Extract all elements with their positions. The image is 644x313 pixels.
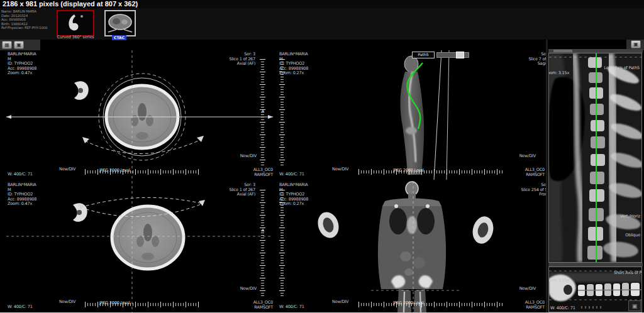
corner-tool-button[interactable]: ▣ <box>628 300 641 311</box>
overlay-patient-name: BARLIN*MARIA <box>279 52 308 57</box>
window-level-overlay: W: 400/C: 71 <box>8 172 33 177</box>
image-size-overlay: 2186 x 981 pixels (displayed at 807 x 36… <box>0 0 140 8</box>
slider-handle[interactable] <box>456 52 464 58</box>
image-panel-icon: ▣ <box>16 42 21 48</box>
overlay-zoom: Zoom: 0.47x <box>8 71 36 76</box>
short-axis-window-overlay: W: 400/C: 71 <box>550 306 575 310</box>
axial-head-image[interactable] <box>5 181 274 312</box>
stamp-overlay: ALL3_OC0 RAMSOFT <box>253 300 273 310</box>
vruler-scale-label: New/DIV <box>519 287 536 291</box>
series-overlay: Ser: 3 Slice 1 of 267 Axial (AF) <box>229 52 255 67</box>
pacs-viewer-window: 2186 x 981 pixels (displayed at 807 x 36… <box>0 0 644 313</box>
stamp-overlay: ALL3_OC0 RAMSOFT <box>525 168 545 177</box>
restore-panel-icon: ▣ <box>633 41 638 47</box>
hruler-scale-label: New/DIV <box>59 167 75 172</box>
plane-reference-line-1[interactable] <box>434 50 441 180</box>
viewport-axial-bottom[interactable]: BARLIN*MARIA M ID: TYPHOO2 Acc: 89988908… <box>5 181 274 312</box>
orientation-marker: A <box>262 229 264 233</box>
series-thumbnail-bar: Name: BARLIN MARIA Date: 20120324 Acc: 8… <box>0 8 644 40</box>
cpr-handle-label-vert-horiz[interactable]: Vert./Horiz <box>620 214 640 219</box>
corner-tool-icon: ▣ <box>632 303 638 309</box>
patient-overlay: BARLIN*MARIA M ID: TYPHOO2 Acc: 89988908… <box>8 52 36 76</box>
overlay-plane: Sagittal <box>528 62 546 67</box>
window-level-overlay: W: 400/C: 71 <box>279 305 304 310</box>
curved-series-thumb-image <box>58 11 93 35</box>
patient-overlay: BARLIN*MARIA M ID: TYPHOO2 Acc: 89988908… <box>8 183 36 207</box>
stamp-line2: RAMSOFT <box>525 305 545 310</box>
window-level-overlay: W: 400/C: 71 <box>279 172 304 177</box>
cpr-long-axis-panel[interactable]: Zoom: 3.15x Long Axis of Path5 Vert./Hor… <box>548 53 642 263</box>
hruler-scale-label: New/DIV <box>332 300 348 304</box>
hruler-scale-label: New/DIV <box>332 167 348 172</box>
vertical-ruler <box>279 59 285 167</box>
scroll-thumb[interactable] <box>553 50 572 52</box>
horizontal-ruler <box>358 169 503 175</box>
codec-overlay: JPEG 2000 Lossl <box>99 168 130 173</box>
series-overlay: Ser: 3 Slice 254 of 590 Frontal <box>521 183 546 197</box>
orientation-marker: A <box>262 109 264 114</box>
ctac-thumb-image <box>106 11 135 35</box>
vruler-scale-label: New/DIV <box>240 287 257 291</box>
vruler-scale-label: New/DIV <box>240 154 257 158</box>
stack-layout-icon: ▦ <box>4 42 9 48</box>
overlay-plane: Axial (AF) <box>229 62 255 67</box>
restore-panel-button[interactable]: ▣ <box>631 40 641 48</box>
viewport-coronal[interactable]: BARLIN*MARIA M ID: TYPHOO2 Acc: 89988908… <box>277 181 546 312</box>
overlay-plane: Axial (AF) <box>229 192 255 197</box>
stamp-line2: RAMSOFT <box>253 305 273 310</box>
sagittal-body-image[interactable] <box>277 50 546 180</box>
thumbnail-curved-series-label: Curved 360° series <box>52 35 99 40</box>
overlay-patient-name: BARLIN*MARIA <box>8 52 36 57</box>
vertical-ruler <box>279 190 285 298</box>
codec-overlay: JPEG 2000 Lossl <box>393 168 424 173</box>
thumbnail-ctac[interactable] <box>104 10 136 36</box>
stamp-overlay: ALL3_OC0 RAMSOFT <box>525 300 545 310</box>
path-position-slider[interactable] <box>436 52 469 58</box>
cpr-handle-label-oblique[interactable]: Oblique <box>625 233 640 238</box>
stack-layout-button[interactable]: ▦ <box>2 41 12 49</box>
plane-reference-line-2[interactable] <box>447 50 449 180</box>
thumbnail-curved-series[interactable] <box>57 10 94 36</box>
series-overlay: Ser: 3 Slice 1 of 267 Axial (AF) <box>229 183 255 197</box>
overlay-patient-name: BARLIN*MARIA <box>8 183 36 188</box>
cpr-center-line[interactable] <box>596 53 597 262</box>
patient-banner: Name: BARLIN MARIA Date: 20120324 Acc: 8… <box>1 9 47 30</box>
cpr-title-overlay: Long Axis of Path5 <box>604 66 640 70</box>
thumbnail-ctac-label: CTAC <box>112 35 126 40</box>
path-label-box: Path5 <box>412 52 435 58</box>
codec-overlay: JPEG 2000 Lossl <box>393 301 424 305</box>
short-axis-zoom-overlay: Zoom: 3.15x <box>548 278 569 283</box>
viewport-sagittal[interactable]: Path5 BARLIN*MARIA M ID: TYPHOO2 Acc: 89… <box>277 50 546 180</box>
vertical-ruler <box>260 190 265 298</box>
stamp-line2: RAMSOFT <box>253 173 273 178</box>
overlay-plane: Frontal <box>521 192 546 197</box>
coronal-body-image[interactable] <box>277 181 546 312</box>
cpr-short-axis-panel[interactable]: Short Axis of Path5 Zoom: 3.15x W: 400/C… <box>548 266 642 312</box>
overlay-zoom: Zoom: 0.47x <box>8 202 36 207</box>
horizontal-ruler <box>358 302 503 307</box>
window-level-overlay: W: 400/C: 71 <box>8 305 33 310</box>
image-size-bar: 2186 x 981 pixels (displayed at 807 x 36… <box>0 0 644 8</box>
viewport-axial-top[interactable]: BARLIN*MARIA M ID: TYPHOO2 Acc: 89988908… <box>5 50 274 180</box>
cpr-zoom-overlay: Zoom: 3.15x <box>548 71 569 75</box>
hruler-scale-label: New/DIV <box>59 300 75 304</box>
stamp-line2: RAMSOFT <box>525 173 545 178</box>
series-overlay: Ser: 3 Slice 7 of 13 Sagittal <box>528 52 546 67</box>
stamp-overlay: ALL3_OC0 RAMSOFT <box>253 168 273 177</box>
codec-overlay: JPEG 2000 Lossl <box>99 301 130 305</box>
axial-head-image[interactable] <box>5 50 274 180</box>
ref-physician: Ref Physician: REF-PHY-1000 <box>1 26 47 30</box>
vertical-divider <box>546 40 548 313</box>
short-axis-title-overlay: Short Axis of Path5 <box>614 271 642 275</box>
image-panel-button[interactable]: ▣ <box>14 41 24 49</box>
overlay-patient-name: BARLIN*MARIA <box>279 183 308 188</box>
vruler-scale-label: New/DIV <box>519 154 536 158</box>
